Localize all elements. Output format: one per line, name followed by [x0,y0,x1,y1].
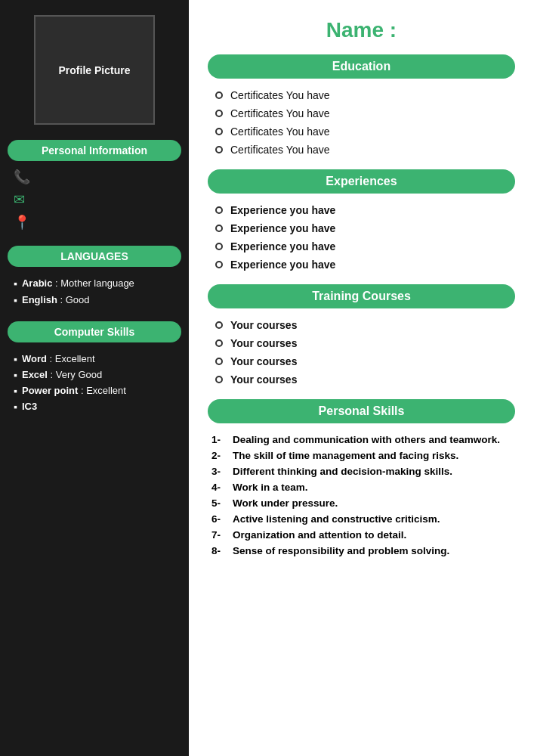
lang-arabic-name: Arabic [22,277,52,289]
list-item: Certificates You have [215,144,515,156]
personal-info-badge: Personal Information [8,140,181,161]
bullet-icon [215,146,223,153]
bullet-icon [215,91,223,99]
email-contact: ✉ [14,191,175,208]
list-item: Certificates You have [215,107,515,119]
training-section: Training Courses Your courses Your cours… [208,284,515,386]
languages-section: LANGUAGES Arabic : Mother language Engli… [0,246,189,306]
personal-skills-header: Personal Skills [208,399,515,423]
language-arabic: Arabic : Mother language [14,277,175,290]
skill-powerpoint: Power point : Excellent [14,385,175,397]
list-item: Your courses [215,337,515,349]
computer-skills-badge: Computer Skills [8,321,181,342]
languages-badge: LANGUAGES [8,246,181,267]
list-item: Your courses [215,355,515,367]
list-item: 1-Dealing and communication with others … [211,434,515,445]
bullet-icon [215,110,223,117]
skill-excel: Excel : Very Good [14,369,175,381]
bullet-icon [215,358,223,365]
list-item: Your courses [215,373,515,386]
list-item: Your courses [215,319,515,331]
list-item: 2-The skill of time management and facin… [211,450,515,461]
list-item: Experience you have [215,240,515,253]
list-item: Experience you have [215,259,515,271]
main-content: Name : Education Certificates You have C… [189,0,534,756]
phone-contact: 📞 [14,169,175,185]
profile-picture-label: Profile Picture [59,64,131,76]
list-item: Experience you have [215,222,515,234]
skill-word: Word : Excellent [14,353,175,365]
bullet-icon [215,339,223,347]
education-section: Education Certificates You have Certific… [208,54,515,156]
location-icon: 📍 [14,214,30,231]
bullet-icon [215,128,223,135]
profile-picture-box: Profile Picture [34,15,155,125]
bullet-icon [215,376,223,383]
language-english: English : Good [14,294,175,306]
name-title: Name : [208,18,515,42]
training-list: Your courses Your courses Your courses Y… [208,319,515,386]
bullet-icon [215,261,223,268]
experiences-list: Experience you have Experience you have … [208,204,515,271]
computer-skills-section: Computer Skills Word : Excellent Excel :… [0,321,189,413]
list-item: 6-Active listening and constructive crit… [211,513,515,525]
list-item: Certificates You have [215,89,515,101]
lang-english-name: English [22,294,57,305]
bullet-icon [215,225,223,232]
personal-skills-list: 1-Dealing and communication with others … [208,434,515,556]
skill-ic3: IC3 [14,401,175,413]
sidebar: Profile Picture Personal Information 📞 ✉… [0,0,189,756]
experiences-section: Experiences Experience you have Experien… [208,169,515,271]
list-item: 4-Work in a team. [211,482,515,493]
bullet-icon [215,321,223,329]
list-item: 5-Work under pressure. [211,497,515,509]
list-item: 8-Sense of responsibility and problem so… [211,545,515,556]
email-icon: ✉ [14,191,25,208]
list-item: 3-Different thinking and decision-making… [211,466,515,477]
bullet-icon [215,243,223,250]
phone-icon: 📞 [14,169,30,185]
location-contact: 📍 [14,214,175,231]
personal-skills-section: Personal Skills 1-Dealing and communicat… [208,399,515,556]
list-item: 7-Organization and attention to detail. [211,529,515,541]
list-item: Certificates You have [215,125,515,138]
list-item: Experience you have [215,204,515,216]
training-header: Training Courses [208,284,515,308]
experiences-header: Experiences [208,169,515,194]
bullet-icon [215,206,223,214]
education-list: Certificates You have Certificates You h… [208,89,515,156]
education-header: Education [208,54,515,79]
